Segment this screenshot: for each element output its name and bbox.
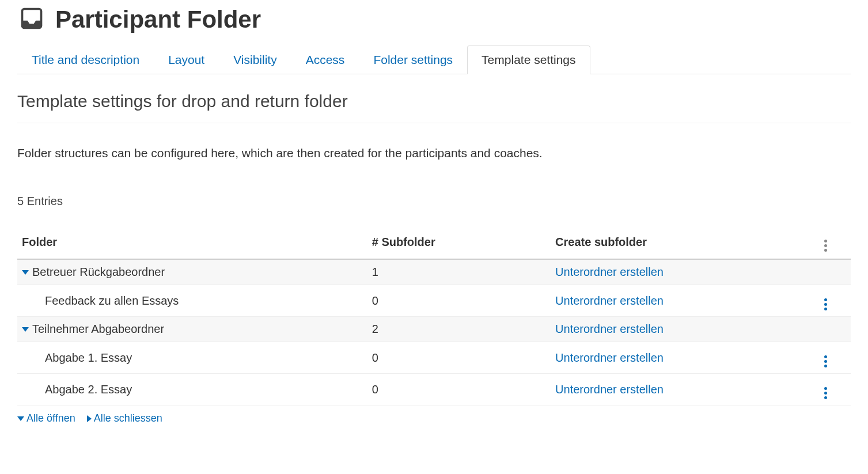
open-all-link[interactable]: Alle öffnen bbox=[17, 412, 75, 424]
page-title: Participant Folder bbox=[55, 6, 261, 33]
folder-name: Abgabe 1. Essay bbox=[45, 351, 132, 365]
section-heading: Template settings for drop and return fo… bbox=[17, 92, 851, 123]
create-subfolder-link[interactable]: Unterordner erstellen bbox=[555, 266, 664, 278]
table-row: Teilnehmer Abgabeordner 2 Unterordner er… bbox=[17, 317, 851, 342]
subfolder-count: 0 bbox=[367, 342, 551, 374]
header-folder[interactable]: Folder bbox=[17, 225, 367, 259]
folder-name: Betreuer Rückgabeordner bbox=[32, 266, 165, 279]
folder-name: Feedback zu allen Essays bbox=[45, 294, 179, 308]
subfolder-count: 0 bbox=[367, 285, 551, 317]
kebab-icon[interactable] bbox=[820, 298, 832, 310]
table-row: Feedback zu allen Essays 0 Unterordner e… bbox=[17, 285, 851, 317]
tabs-bar: Title and description Layout Visibility … bbox=[17, 45, 851, 74]
tab-title-description[interactable]: Title and description bbox=[17, 45, 154, 74]
table-row: Abgabe 2. Essay 0 Unterordner erstellen bbox=[17, 374, 851, 405]
kebab-icon[interactable] bbox=[820, 240, 832, 252]
entries-count: 5 Entries bbox=[17, 195, 851, 208]
header-create[interactable]: Create subfolder bbox=[551, 225, 801, 259]
subfolder-count: 2 bbox=[367, 317, 551, 342]
tab-access[interactable]: Access bbox=[291, 45, 359, 74]
tab-folder-settings[interactable]: Folder settings bbox=[359, 45, 467, 74]
close-all-link[interactable]: Alle schliessen bbox=[87, 412, 162, 424]
folder-name: Abgabe 2. Essay bbox=[45, 383, 132, 396]
chevron-down-icon[interactable] bbox=[22, 270, 29, 275]
tab-visibility[interactable]: Visibility bbox=[219, 45, 291, 74]
folder-table: Folder # Subfolder Create subfolder Betr… bbox=[17, 225, 851, 405]
chevron-down-icon bbox=[17, 416, 24, 421]
table-row: Abgabe 1. Essay 0 Unterordner erstellen bbox=[17, 342, 851, 374]
create-subfolder-link[interactable]: Unterordner erstellen bbox=[555, 351, 664, 364]
create-subfolder-link[interactable]: Unterordner erstellen bbox=[555, 383, 664, 396]
folder-name: Teilnehmer Abgabeordner bbox=[32, 323, 164, 336]
inbox-icon bbox=[17, 6, 46, 33]
subfolder-count: 1 bbox=[367, 259, 551, 285]
kebab-icon[interactable] bbox=[820, 387, 832, 399]
create-subfolder-link[interactable]: Unterordner erstellen bbox=[555, 294, 664, 307]
header-actions[interactable] bbox=[801, 225, 851, 259]
table-row: Betreuer Rückgabeordner 1 Unterordner er… bbox=[17, 259, 851, 285]
table-header-row: Folder # Subfolder Create subfolder bbox=[17, 225, 851, 259]
create-subfolder-link[interactable]: Unterordner erstellen bbox=[555, 323, 664, 335]
chevron-right-icon bbox=[87, 415, 92, 422]
subfolder-count: 0 bbox=[367, 374, 551, 405]
chevron-down-icon[interactable] bbox=[22, 327, 29, 332]
tab-layout[interactable]: Layout bbox=[154, 45, 219, 74]
page-header: Participant Folder bbox=[17, 6, 851, 33]
header-subfolder[interactable]: # Subfolder bbox=[367, 225, 551, 259]
tab-template-settings[interactable]: Template settings bbox=[467, 45, 590, 74]
section-description: Folder structures can be configured here… bbox=[17, 146, 851, 160]
footer-actions: Alle öffnen Alle schliessen bbox=[17, 412, 851, 424]
kebab-icon[interactable] bbox=[820, 355, 832, 367]
